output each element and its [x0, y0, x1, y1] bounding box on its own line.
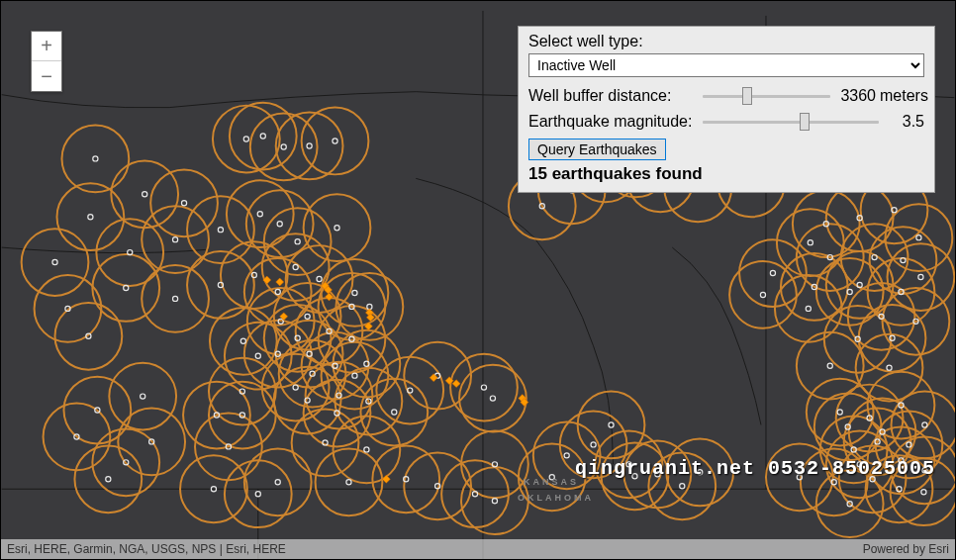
well-point — [626, 462, 631, 467]
well-point — [698, 470, 703, 475]
buffer-circle — [92, 254, 159, 322]
well-point — [293, 385, 298, 390]
buffer-circle — [886, 204, 953, 271]
attribution-right: Powered by Esri — [863, 542, 949, 556]
well-point — [352, 290, 357, 295]
well-point — [281, 144, 286, 149]
buffer-circle — [797, 332, 864, 400]
buffer-circle — [142, 265, 209, 332]
result-count-text: 15 earthquakes found — [528, 164, 924, 184]
buffer-circle — [225, 323, 292, 390]
query-panel: Select well type: Inactive Well Well buf… — [518, 26, 935, 193]
buffer-circle — [142, 206, 209, 273]
well-point — [346, 480, 351, 485]
well-point — [887, 365, 892, 370]
well-point — [275, 480, 280, 485]
earthquake-point — [430, 374, 437, 382]
well-point — [307, 143, 312, 148]
well-type-label: Select well type: — [528, 33, 924, 50]
buffer-circle — [404, 342, 471, 410]
well-point — [240, 338, 245, 343]
well-point — [760, 292, 765, 297]
well-point — [106, 477, 111, 482]
well-point — [317, 276, 322, 281]
well-point — [655, 472, 660, 477]
well-point — [481, 385, 486, 390]
well-point — [492, 499, 497, 504]
well-point — [293, 264, 298, 269]
buffer-circle — [766, 443, 833, 511]
well-point — [181, 201, 186, 206]
buffer-circle — [292, 410, 359, 477]
well-point — [335, 226, 339, 231]
well-point — [88, 215, 93, 220]
well-point — [392, 410, 397, 415]
buffer-circle — [61, 126, 129, 193]
well-point — [305, 314, 310, 319]
buffer-circle — [892, 436, 955, 504]
well-point — [591, 442, 596, 447]
well-point — [333, 139, 337, 143]
well-point — [770, 270, 775, 275]
buffer-circle — [560, 412, 627, 479]
buffer-circle — [22, 229, 89, 296]
buffer-circle — [109, 363, 176, 430]
well-point — [172, 237, 177, 242]
well-point — [806, 306, 811, 311]
well-point — [921, 490, 926, 495]
well-point — [827, 363, 832, 368]
buffer-circle — [57, 183, 125, 250]
well-point — [260, 134, 265, 139]
buffer-circle — [302, 108, 369, 175]
buffer-circle — [876, 412, 943, 479]
zoom-out-button[interactable]: − — [32, 61, 61, 91]
well-point — [808, 240, 813, 245]
buffer-circle — [441, 460, 509, 527]
zoom-controls: + − — [31, 31, 62, 92]
earthquake-point — [276, 278, 284, 286]
well-point — [275, 289, 280, 294]
query-earthquakes-button[interactable]: Query Earthquakes — [528, 139, 666, 160]
well-point — [632, 474, 637, 479]
earthquake-point — [382, 475, 390, 483]
buffer-circle — [519, 443, 586, 511]
well-point — [918, 274, 923, 279]
well-point — [916, 235, 921, 240]
buffer-circle — [892, 392, 955, 459]
buffer-distance-value: 3360 — [836, 87, 876, 105]
buffer-circle — [210, 308, 277, 375]
well-point — [922, 422, 927, 427]
earthquake-point — [452, 380, 460, 388]
buffer-circle — [111, 160, 178, 228]
well-point — [141, 394, 145, 399]
well-point — [680, 484, 685, 489]
well-type-select[interactable]: Inactive Well — [528, 53, 924, 77]
well-point — [93, 156, 98, 161]
well-point — [52, 259, 57, 264]
buffer-distance-label: Well buffer distance: — [528, 87, 697, 105]
well-point — [243, 137, 248, 141]
well-point — [218, 228, 223, 233]
well-point — [837, 410, 842, 415]
zoom-in-button[interactable]: + — [32, 32, 61, 61]
buffer-circle — [187, 196, 254, 263]
well-point — [277, 222, 282, 227]
buffer-circle — [648, 452, 716, 519]
well-point — [295, 239, 300, 244]
buffer-circle — [221, 241, 288, 309]
buffer-circle — [150, 169, 218, 236]
buffer-distance-unit: meters — [876, 87, 928, 105]
buffer-distance-slider[interactable] — [703, 94, 830, 98]
buffer-circle — [888, 243, 955, 311]
attribution-bar: Esri, HERE, Garmin, NGA, USGS, NPS | Esr… — [1, 539, 955, 559]
well-point — [255, 353, 260, 358]
map-view[interactable]: KANSAS OKLAHOMA + − Select well type: In… — [0, 0, 956, 560]
buffer-circle — [666, 438, 733, 506]
well-point — [490, 396, 495, 401]
buffer-circle — [841, 224, 908, 291]
buffer-circle — [74, 445, 142, 513]
magnitude-value: 3.5 — [885, 113, 924, 131]
well-point — [143, 192, 147, 197]
well-point — [257, 212, 262, 217]
magnitude-slider[interactable] — [703, 120, 879, 124]
